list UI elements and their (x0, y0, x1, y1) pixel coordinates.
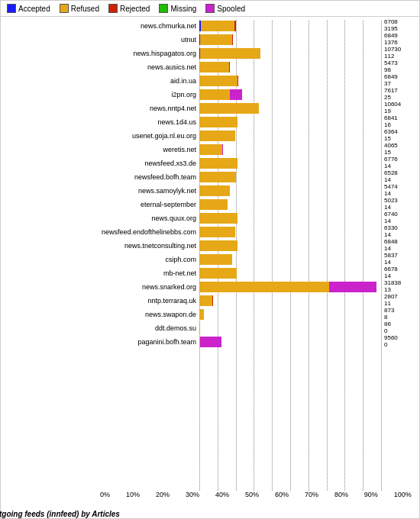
refused-bar (199, 323, 200, 334)
row-label: nntp.terraraq.uk (102, 297, 199, 305)
accepted-legend-box (7, 4, 16, 13)
table-row: news.ausics.net547398 (199, 61, 381, 73)
x-tick: 20% (156, 491, 170, 504)
bar-group (199, 104, 381, 113)
bar-values: 547414 (383, 184, 398, 198)
table-row: i2pn.org761725 (199, 89, 381, 101)
row-label: news.ausics.net (102, 63, 199, 71)
bar-group (199, 310, 381, 319)
legend-item-rejected: Rejected (108, 4, 150, 13)
missing-legend-box (159, 4, 168, 13)
refused-bar (199, 131, 235, 141)
refused-bar (199, 295, 212, 306)
bar-values: 406515 (383, 143, 398, 156)
bar-values: 684116 (383, 115, 398, 129)
bar-group (199, 214, 381, 223)
bar-values: 67083195 (383, 19, 398, 33)
bar-value-2: 0 (384, 342, 398, 349)
bar-group (199, 76, 381, 85)
refused-bar (199, 76, 237, 86)
row-label: aid.in.ua (102, 77, 199, 85)
table-row: mb-net.net667814 (199, 267, 381, 279)
refused-bar (199, 254, 232, 265)
table-row: news.quux.org674014 (199, 212, 381, 224)
bar-values: 547398 (383, 60, 398, 74)
refused-bar (199, 185, 230, 196)
row-label: news.quux.org (102, 214, 199, 222)
x-tick: 30% (186, 491, 199, 504)
bar-values: 502314 (383, 198, 398, 211)
table-row: newsfeed.xs3.de677614 (199, 157, 381, 169)
refused-bar (199, 158, 237, 169)
table-row: usenet.goja.nl.eu.org636415 (199, 130, 381, 142)
bottom-area: 0%10%20%30%40%50%60%70%80%90%100% Outgoi… (100, 491, 412, 518)
refused-bar (200, 48, 260, 59)
bar-group (199, 200, 381, 209)
refused-bar (199, 117, 237, 127)
table-row: eternal-september502314 (199, 198, 381, 211)
x-tick: 0% (100, 491, 110, 504)
row-label: usenet.goja.nl.eu.org (102, 132, 199, 140)
x-tick: 60% (275, 491, 289, 504)
table-row: news.1d4.us684116 (199, 116, 381, 128)
legend-item-accepted: Accepted (7, 4, 50, 13)
bar-values: 68491376 (383, 33, 398, 47)
accepted-legend-label: Accepted (18, 5, 50, 13)
bar-values: 674014 (383, 211, 398, 225)
spooled-legend-box (205, 4, 215, 13)
table-row: newsfeed.bofh.team652814 (199, 171, 381, 183)
legend-item-missing: Missing (159, 4, 196, 13)
missing-legend-label: Missing (170, 5, 196, 13)
table-row: news.snarked.org3183813 (199, 281, 381, 293)
bar-values: 652814 (383, 170, 398, 184)
rejected-bar (232, 34, 234, 45)
bar-values: 677614 (383, 156, 398, 170)
bar-group (199, 255, 381, 264)
table-row: news.hispagatos.org10730112 (199, 47, 381, 60)
table-row: csiph.com583714 (199, 253, 381, 266)
refused-bar (199, 240, 237, 251)
grid-line (381, 20, 382, 491)
table-row: ddt.demos.su860 (199, 322, 381, 334)
row-label: utnut (102, 36, 199, 44)
table-row: aid.in.ua684937 (199, 75, 381, 87)
bars-section: news.chmurka.net67083195utnut68491376new… (199, 20, 381, 491)
bar-group (199, 159, 381, 168)
rejected-legend-box (108, 4, 118, 13)
bar-group (199, 118, 381, 127)
bar-values: 1060419 (383, 102, 401, 115)
row-label: newsfeed.endofthelinebbs.com (102, 228, 199, 236)
refused-bar (199, 268, 237, 279)
bar-group (199, 63, 381, 72)
refused-bar (199, 282, 329, 292)
bar-group (199, 131, 381, 140)
x-tick: 50% (245, 491, 259, 504)
legend-item-refused: Refused (60, 4, 99, 13)
refused-bar (199, 62, 229, 73)
bar-values: 3183813 (383, 280, 401, 294)
bar-values: 684814 (383, 239, 398, 253)
row-label: news.samoylyk.net (102, 187, 199, 195)
chart-container: AcceptedRefusedRejectedMissingSpooled ne… (0, 0, 420, 519)
rejected-bar (234, 21, 236, 31)
bar-values: 667814 (383, 266, 398, 280)
bar-group (199, 269, 381, 278)
table-row: news.swapon.de8738 (199, 308, 381, 321)
x-tick: 100% (394, 491, 412, 504)
x-tick: 70% (305, 491, 318, 504)
bar-group (199, 49, 381, 58)
row-label: newsfeed.xs3.de (102, 160, 199, 167)
rejected-bar (212, 295, 213, 306)
row-label: news.chmurka.net (102, 22, 199, 30)
spooled-legend-label: Spooled (217, 5, 245, 13)
x-axis-label: Outgoing feeds (innfeed) by Articles (0, 510, 256, 518)
x-axis: 0%10%20%30%40%50%60%70%80%90%100% (100, 491, 412, 504)
row-label: news.swapon.de (102, 311, 199, 318)
bar-group (199, 337, 381, 347)
x-tick: 80% (334, 491, 348, 504)
table-row: news.samoylyk.net547414 (199, 185, 381, 197)
table-row: paganini.bofh.team95600 (199, 336, 381, 348)
table-row: nntp.terraraq.uk280711 (199, 295, 381, 307)
table-row: news.nntp4.net1060419 (199, 102, 381, 114)
x-tick: 90% (364, 491, 378, 504)
